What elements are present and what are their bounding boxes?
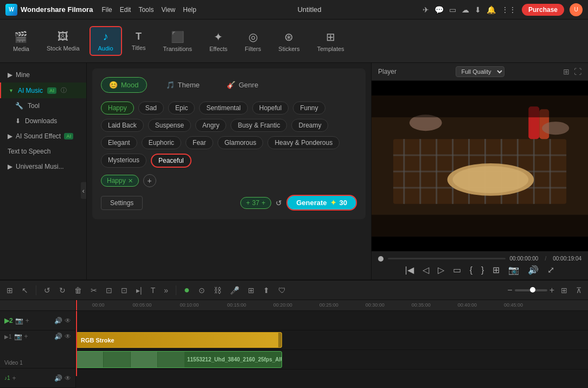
refresh-icon[interactable]: ↺ <box>276 199 282 207</box>
mood-tag-sad[interactable]: Sad <box>138 101 164 115</box>
screen-icon[interactable]: ▭ <box>449 5 456 14</box>
fullscreen-icon[interactable]: ⤢ <box>547 265 554 275</box>
toolbar-stock-media[interactable]: 🖼 Stock Media <box>39 27 87 55</box>
add-tag-button[interactable]: + <box>143 174 156 187</box>
clip-icon[interactable]: ⊞ <box>493 265 500 275</box>
tl-protect-icon[interactable]: 🛡 <box>276 285 288 296</box>
mood-tag-dreamy[interactable]: Dreamy <box>291 119 328 132</box>
mood-tag-heavy[interactable]: Heavy & Ponderous <box>267 136 340 149</box>
purchase-button[interactable]: Purchase <box>522 4 564 16</box>
toolbar-titles[interactable]: T Titles <box>124 28 154 54</box>
ai-music-info-icon[interactable]: ⓘ <box>61 86 67 94</box>
send-icon[interactable]: ✈ <box>423 5 429 14</box>
menu-edit[interactable]: Edit <box>120 6 131 14</box>
audio1-eye-icon[interactable]: 👁 <box>65 374 71 382</box>
quality-select[interactable]: Full Quality 1/2 Quality 1/4 Quality <box>456 66 504 77</box>
mark-out-icon[interactable]: } <box>481 265 484 275</box>
tl-zoom-in[interactable]: + <box>549 285 554 295</box>
mood-tag-elegant[interactable]: Elegant <box>101 136 137 149</box>
tl-expand-icon[interactable]: ⊼ <box>574 285 584 296</box>
toolbar-media[interactable]: 🎬 Media <box>5 27 37 55</box>
tl-audio-icon[interactable]: 🎤 <box>228 285 241 296</box>
track-2-add-icon[interactable]: + <box>25 317 29 325</box>
menu-help[interactable]: Help <box>183 6 196 14</box>
download-icon[interactable]: ⬇ <box>475 5 481 14</box>
snapshot-icon[interactable]: 📷 <box>508 265 519 275</box>
feedback-icon[interactable]: 💬 <box>434 5 444 14</box>
tl-redo-icon[interactable]: ↻ <box>57 285 68 296</box>
progress-dot[interactable] <box>378 256 384 262</box>
settings-button[interactable]: Settings <box>101 196 143 210</box>
mood-tag-epic[interactable]: Epic <box>168 101 195 115</box>
video1-eye-icon[interactable]: 👁 <box>65 333 71 340</box>
mood-tag-suspense[interactable]: Suspense <box>148 119 191 132</box>
tl-export-clip-icon[interactable]: ⬆ <box>261 285 272 296</box>
mood-tag-busy-frantic[interactable]: Busy & Frantic <box>231 119 287 132</box>
video1-cam-icon[interactable]: 📷 <box>14 333 22 340</box>
tl-undo-icon[interactable]: ↺ <box>42 285 53 296</box>
sidebar-item-ai-sound[interactable]: ▶ AI Sound Effect AI <box>0 129 86 144</box>
tl-speed-icon[interactable]: ▸| <box>134 285 144 296</box>
mood-tag-mysterious[interactable]: Mysterious <box>101 154 146 168</box>
expand-icon[interactable]: ⛶ <box>574 67 581 76</box>
sidebar-item-universal[interactable]: ▶ Universal Musi... <box>0 159 86 174</box>
track-2-vol-icon[interactable]: 🔊 <box>54 317 62 325</box>
video1-add-icon[interactable]: + <box>24 333 28 340</box>
step-fwd-icon[interactable]: ▭ <box>453 265 461 275</box>
progress-track[interactable] <box>388 258 506 259</box>
tl-zoom-thumb[interactable] <box>530 287 535 292</box>
selected-tag-happy[interactable]: Happy ✕ <box>101 175 139 187</box>
toolbar-stickers[interactable]: ⊛ Stickers <box>271 27 307 55</box>
progress-bar[interactable]: 00:00:00:00 / 00:00:19:04 <box>378 256 581 262</box>
mood-tag-euphoric[interactable]: Euphoric <box>142 136 181 149</box>
tab-theme[interactable]: 🎵 Theme <box>158 77 208 93</box>
tl-grid-icon[interactable]: ⊞ <box>559 285 570 296</box>
track-2-eye-icon[interactable]: 👁 <box>65 317 71 325</box>
mood-tag-laid-back[interactable]: Laid Back <box>101 119 144 132</box>
sidebar-collapse-button[interactable]: ‹ <box>81 182 86 199</box>
menu-file[interactable]: File <box>101 6 112 14</box>
video1-vol-icon[interactable]: 🔊 <box>54 333 62 340</box>
sidebar-item-tool[interactable]: 🔧 Tool <box>0 98 86 113</box>
audio1-vol-icon[interactable]: 🔊 <box>54 374 62 382</box>
tl-link-icon[interactable]: ⛓ <box>212 285 223 296</box>
mood-tag-glamorous[interactable]: Glamorous <box>218 136 264 149</box>
play-icon[interactable]: ▷ <box>438 265 444 275</box>
sidebar-item-mine[interactable]: ▶ Mine <box>0 67 86 82</box>
grid-view-icon[interactable]: ⊞ <box>563 67 570 76</box>
sidebar-item-ai-music[interactable]: ▼ AI Music AI ⓘ <box>0 82 86 98</box>
menu-tools[interactable]: Tools <box>138 6 154 14</box>
tl-scene-icon[interactable]: ⊞ <box>4 285 15 296</box>
prev-frame-icon[interactable]: |◀ <box>405 265 414 275</box>
mood-tag-sentimental[interactable]: Sentimental <box>199 101 247 115</box>
volume-icon[interactable]: 🔊 <box>528 265 539 275</box>
mood-tag-hopeful[interactable]: Hopeful <box>252 101 289 115</box>
mood-tag-angry[interactable]: Angry <box>195 119 226 132</box>
track-2-cam-icon[interactable]: 📷 <box>15 317 23 325</box>
toolbar-filters[interactable]: ◎ Filters <box>237 27 269 55</box>
toolbar-transitions[interactable]: ⬛ Transitions <box>156 27 200 55</box>
toolbar-templates[interactable]: ⊞ Templates <box>309 27 351 55</box>
mood-tag-funny[interactable]: Funny <box>293 101 325 115</box>
tl-collab-icon[interactable]: ⊞ <box>246 285 257 296</box>
toolbar-effects[interactable]: ✦ Effects <box>202 27 235 55</box>
tl-more-icon[interactable]: » <box>162 285 170 296</box>
tl-record-icon[interactable]: ● <box>182 283 192 297</box>
selected-tag-remove-icon[interactable]: ✕ <box>128 177 133 185</box>
user-avatar[interactable]: U <box>570 3 583 16</box>
tl-cut-icon[interactable]: ✂ <box>88 285 99 296</box>
generate-button[interactable]: Generate ✦ 30 <box>286 195 357 211</box>
notify-icon[interactable]: 🔔 <box>487 5 496 14</box>
mark-in-icon[interactable]: { <box>470 265 472 275</box>
mood-tag-fear[interactable]: Fear <box>186 136 213 149</box>
tl-copy-icon[interactable]: ⊡ <box>104 285 114 296</box>
sidebar-item-downloads[interactable]: ⬇ Downloads <box>0 113 86 129</box>
sidebar-item-tts[interactable]: Text to Speech <box>0 144 86 159</box>
tl-zoom-track[interactable] <box>515 289 547 291</box>
step-back-icon[interactable]: ◁ <box>423 265 429 275</box>
toolbar-audio[interactable]: ♪ Audio <box>90 26 122 56</box>
tl-zoom-out[interactable]: − <box>507 285 512 295</box>
tl-select-icon[interactable]: ↖ <box>20 285 30 296</box>
tl-delete-icon[interactable]: 🗑 <box>72 285 84 296</box>
mood-tag-peaceful[interactable]: Peaceful <box>151 154 191 168</box>
